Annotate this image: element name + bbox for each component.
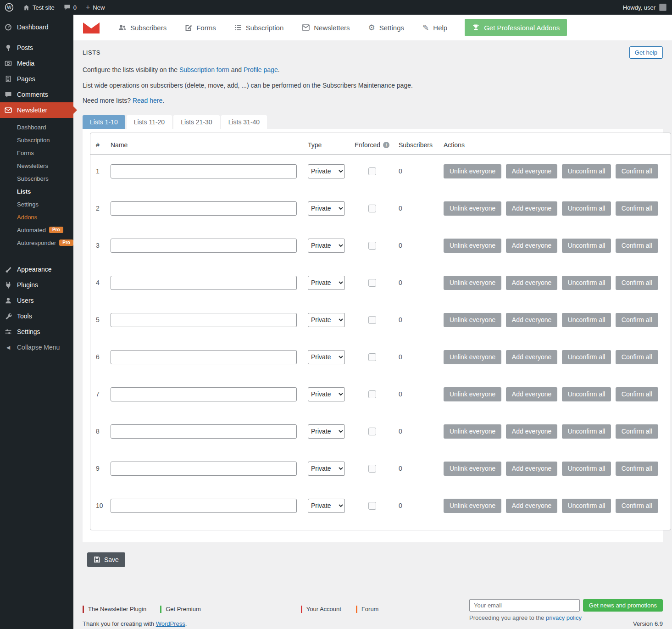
enforced-checkbox[interactable] xyxy=(368,465,376,473)
sidebar-item-users[interactable]: Users xyxy=(0,293,73,308)
nav-item-settings[interactable]: ⚙ Settings xyxy=(359,15,413,40)
profile-page-link[interactable]: Profile page xyxy=(244,66,278,73)
unconfirm-all-button[interactable]: Unconfirm all xyxy=(562,499,611,513)
list-name-input[interactable] xyxy=(111,387,297,401)
nav-item-forms[interactable]: Forms xyxy=(176,15,225,40)
unlink-everyone-button[interactable]: Unlink everyone xyxy=(444,462,501,476)
confirm-all-button[interactable]: Confirm all xyxy=(616,424,658,439)
add-everyone-button[interactable]: Add everyone xyxy=(506,424,557,439)
sidebar-item-collapse-menu[interactable]: ◀ Collapse Menu xyxy=(0,340,73,355)
unconfirm-all-button[interactable]: Unconfirm all xyxy=(562,424,611,439)
submenu-item-forms[interactable]: Forms xyxy=(0,146,73,159)
enforced-checkbox[interactable] xyxy=(368,316,376,324)
list-name-input[interactable] xyxy=(111,276,297,290)
unconfirm-all-button[interactable]: Unconfirm all xyxy=(562,387,611,401)
add-everyone-button[interactable]: Add everyone xyxy=(506,387,557,401)
unlink-everyone-button[interactable]: Unlink everyone xyxy=(444,499,501,513)
confirm-all-button[interactable]: Confirm all xyxy=(616,350,658,364)
tab-lists-1-10[interactable]: Lists 1-10 xyxy=(83,115,125,129)
unconfirm-all-button[interactable]: Unconfirm all xyxy=(562,201,611,216)
footer-email-input[interactable] xyxy=(469,599,580,612)
unlink-everyone-button[interactable]: Unlink everyone xyxy=(444,387,501,401)
list-type-select[interactable]: Private xyxy=(308,239,345,253)
new-content-menu[interactable]: + New xyxy=(81,0,109,15)
add-everyone-button[interactable]: Add everyone xyxy=(506,239,557,253)
sidebar-item-pages[interactable]: Pages xyxy=(0,71,73,87)
add-everyone-button[interactable]: Add everyone xyxy=(506,499,557,513)
list-name-input[interactable] xyxy=(111,239,297,253)
unlink-everyone-button[interactable]: Unlink everyone xyxy=(444,239,501,253)
enforced-checkbox[interactable] xyxy=(368,205,376,212)
sidebar-item-appearance[interactable]: Appearance xyxy=(0,262,73,277)
submenu-item-settings[interactable]: Settings xyxy=(0,198,73,211)
unlink-everyone-button[interactable]: Unlink everyone xyxy=(444,164,501,178)
submenu-item-newsletters[interactable]: Newsletters xyxy=(0,159,73,172)
confirm-all-button[interactable]: Confirm all xyxy=(616,276,658,290)
unconfirm-all-button[interactable]: Unconfirm all xyxy=(562,239,611,253)
submenu-item-lists[interactable]: Lists xyxy=(0,185,73,198)
list-type-select[interactable]: Private xyxy=(308,164,345,178)
enforced-checkbox[interactable] xyxy=(368,242,376,250)
add-everyone-button[interactable]: Add everyone xyxy=(506,276,557,290)
list-name-input[interactable] xyxy=(111,201,297,216)
confirm-all-button[interactable]: Confirm all xyxy=(616,164,658,178)
get-help-button[interactable]: Get help xyxy=(629,46,663,59)
add-everyone-button[interactable]: Add everyone xyxy=(506,313,557,327)
wordpress-link[interactable]: WordPress xyxy=(156,620,185,627)
enforced-checkbox[interactable] xyxy=(368,279,376,287)
subscription-form-link[interactable]: Subscription form xyxy=(179,66,229,73)
get-news-button[interactable]: Get news and promotions xyxy=(583,599,663,612)
site-name-menu[interactable]: Test site xyxy=(18,0,59,15)
submenu-item-autoresponder[interactable]: Autoresponder Pro xyxy=(0,236,73,249)
sidebar-item-newsletter[interactable]: Newsletter xyxy=(0,102,73,118)
sidebar-item-comments[interactable]: Comments xyxy=(0,87,73,102)
sidebar-item-posts[interactable]: Posts xyxy=(0,40,73,56)
submenu-item-automated[interactable]: Automated Pro xyxy=(0,223,73,236)
enforced-checkbox[interactable] xyxy=(368,353,376,361)
unconfirm-all-button[interactable]: Unconfirm all xyxy=(562,350,611,364)
list-name-input[interactable] xyxy=(111,462,297,476)
submenu-item-addons[interactable]: Addons xyxy=(0,211,73,223)
list-name-input[interactable] xyxy=(111,424,297,439)
save-button[interactable]: Save xyxy=(87,552,125,567)
confirm-all-button[interactable]: Confirm all xyxy=(616,313,658,327)
confirm-all-button[interactable]: Confirm all xyxy=(616,239,658,253)
privacy-policy-link[interactable]: privacy policy xyxy=(546,614,582,621)
confirm-all-button[interactable]: Confirm all xyxy=(616,499,658,513)
unlink-everyone-button[interactable]: Unlink everyone xyxy=(444,276,501,290)
list-type-select[interactable]: Private xyxy=(308,387,345,401)
comments-menu[interactable]: 0 xyxy=(59,0,81,15)
list-type-select[interactable]: Private xyxy=(308,350,345,364)
footer-link-newsletter-plugin[interactable]: The Newsletter Plugin xyxy=(83,606,146,613)
unconfirm-all-button[interactable]: Unconfirm all xyxy=(562,164,611,178)
sidebar-item-tools[interactable]: Tools xyxy=(0,308,73,324)
add-everyone-button[interactable]: Add everyone xyxy=(506,350,557,364)
list-type-select[interactable]: Private xyxy=(308,313,345,327)
list-type-select[interactable]: Private xyxy=(308,462,345,476)
enforced-checkbox[interactable] xyxy=(368,167,376,175)
sidebar-item-dashboard[interactable]: Dashboard xyxy=(0,19,73,35)
list-name-input[interactable] xyxy=(111,164,297,178)
sidebar-item-settings[interactable]: Settings xyxy=(0,324,73,340)
enforced-checkbox[interactable] xyxy=(368,390,376,398)
sidebar-item-plugins[interactable]: Plugins xyxy=(0,277,73,293)
wp-logo-button[interactable]: W xyxy=(0,0,18,15)
unlink-everyone-button[interactable]: Unlink everyone xyxy=(444,313,501,327)
enforced-checkbox[interactable] xyxy=(368,502,376,510)
list-name-input[interactable] xyxy=(111,499,297,513)
read-here-link[interactable]: Read here xyxy=(133,97,162,104)
list-type-select[interactable]: Private xyxy=(308,201,345,216)
nav-item-newsletters[interactable]: Newsletters xyxy=(293,15,359,40)
confirm-all-button[interactable]: Confirm all xyxy=(616,387,658,401)
submenu-item-dashboard[interactable]: Dashboard xyxy=(0,121,73,134)
submenu-item-subscribers[interactable]: Subscribers xyxy=(0,172,73,185)
add-everyone-button[interactable]: Add everyone xyxy=(506,201,557,216)
submenu-item-subscription[interactable]: Subscription xyxy=(0,134,73,146)
get-professional-addons-button[interactable]: Get Professional Addons xyxy=(465,19,567,36)
list-name-input[interactable] xyxy=(111,313,297,327)
add-everyone-button[interactable]: Add everyone xyxy=(506,164,557,178)
tab-lists-31-40[interactable]: Lists 31-40 xyxy=(221,115,267,129)
list-type-select[interactable]: Private xyxy=(308,499,345,513)
enforced-checkbox[interactable] xyxy=(368,428,376,435)
list-type-select[interactable]: Private xyxy=(308,276,345,290)
